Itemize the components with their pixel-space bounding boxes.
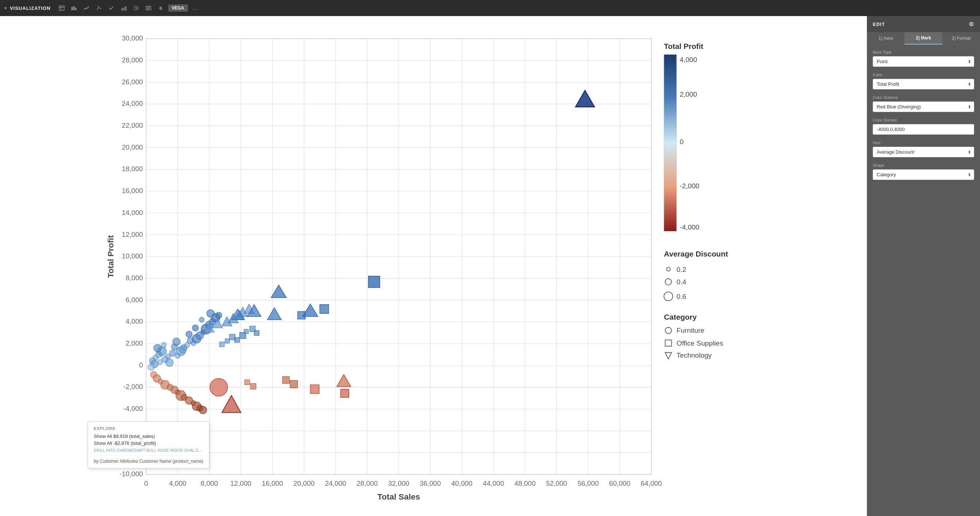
number-icon-btn[interactable]: 6: [156, 3, 166, 13]
clock-icon-btn[interactable]: [131, 3, 141, 13]
svg-text:Office Supplies: Office Supplies: [676, 339, 723, 347]
svg-text:2,000: 2,000: [680, 91, 697, 98]
svg-rect-175: [664, 54, 677, 231]
svg-text:12,000: 12,000: [230, 479, 251, 487]
svg-text:52,000: 52,000: [546, 479, 567, 487]
svg-point-105: [161, 342, 166, 347]
svg-text:-10,000: -10,000: [119, 470, 143, 478]
svg-point-117: [186, 331, 192, 337]
shape-group: Shape Category: [873, 163, 974, 180]
right-panel: EDIT ⚙ 1) Axes 2) Mark 3) Format Mark Ty…: [867, 16, 980, 516]
svg-rect-144: [219, 342, 224, 347]
scatter-chart-icon-btn[interactable]: [94, 3, 104, 13]
tab-mark[interactable]: 2) Mark: [904, 32, 942, 45]
svg-text:60,000: 60,000: [609, 479, 630, 487]
svg-marker-173: [575, 91, 594, 107]
tooltip-sales-row[interactable]: Show All $9,918 (total_sales): [94, 433, 203, 439]
settings-gear-icon[interactable]: ⚙: [969, 21, 974, 28]
shape-label: Shape: [873, 163, 974, 167]
color-select[interactable]: Total Profit: [873, 79, 974, 89]
svg-text:14,000: 14,000: [122, 209, 143, 217]
svg-text:-4,000: -4,000: [680, 223, 699, 231]
mark-type-select[interactable]: Point: [873, 56, 974, 67]
svg-text:0: 0: [139, 361, 143, 369]
svg-point-114: [179, 346, 187, 353]
table-icon-btn[interactable]: [57, 3, 67, 13]
tooltip-header: EXPLORE: [94, 426, 203, 431]
svg-rect-149: [244, 329, 248, 334]
svg-text:Category: Category: [664, 313, 697, 321]
mark-type-select-wrapper: Point: [873, 56, 974, 67]
svg-rect-5: [75, 8, 76, 10]
svg-rect-153: [320, 305, 328, 314]
size-select[interactable]: Average Discount: [873, 147, 974, 157]
right-panel-header: EDIT ⚙: [867, 16, 980, 32]
color-select-wrapper: Total Profit: [873, 79, 974, 89]
vega-button[interactable]: VEGA: [168, 5, 188, 12]
size-group: Size Average Discount: [873, 140, 974, 157]
main-content: 30,000 28,000 26,000 24,000 22,000 20,00…: [0, 16, 980, 516]
svg-text:4,000: 4,000: [126, 317, 143, 325]
svg-text:0: 0: [680, 138, 684, 146]
svg-marker-14: [147, 6, 149, 10]
svg-rect-4: [73, 6, 75, 10]
svg-text:6,000: 6,000: [126, 296, 143, 304]
svg-text:10,000: 10,000: [122, 252, 143, 260]
svg-text:0: 0: [144, 479, 148, 487]
map-icon-btn[interactable]: [143, 3, 154, 13]
svg-rect-192: [665, 340, 671, 346]
svg-rect-145: [225, 339, 229, 343]
color-domain-input[interactable]: [873, 124, 974, 135]
tooltip-drill-link[interactable]: DRILL INTO CHROMCRAFT BULL-NOSE WOOD OVA…: [94, 448, 203, 452]
color-group: Color Total Profit: [873, 73, 974, 89]
svg-text:0.6: 0.6: [676, 293, 686, 300]
tab-axes[interactable]: 1) Axes: [867, 32, 904, 45]
svg-rect-154: [369, 276, 380, 288]
svg-text:12,000: 12,000: [122, 231, 143, 238]
svg-text:-2,000: -2,000: [680, 182, 699, 190]
svg-marker-171: [267, 307, 281, 320]
shape-select[interactable]: Category: [873, 169, 974, 180]
svg-marker-194: [665, 352, 671, 359]
svg-text:56,000: 56,000: [578, 479, 599, 487]
more-button[interactable]: ...: [190, 3, 200, 13]
tab-format[interactable]: 3) Format: [942, 32, 980, 45]
area-chart-icon-btn[interactable]: [119, 3, 129, 13]
color-scheme-select-wrapper: Red Blue (Diverging): [873, 102, 974, 112]
line-chart-icon-btn[interactable]: [81, 3, 92, 13]
svg-marker-13: [146, 6, 147, 10]
svg-point-9: [97, 6, 99, 7]
check-icon-btn[interactable]: [106, 3, 116, 13]
svg-text:8,000: 8,000: [200, 479, 218, 487]
tooltip-profit-row[interactable]: Show All -$2,876 (total_profit): [94, 440, 203, 446]
svg-rect-159: [310, 385, 319, 393]
svg-point-99: [148, 364, 154, 370]
svg-marker-170: [271, 285, 286, 298]
svg-text:0.4: 0.4: [676, 278, 686, 286]
svg-point-121: [192, 325, 199, 331]
svg-rect-147: [235, 338, 240, 342]
svg-point-106: [165, 359, 173, 366]
svg-point-185: [665, 279, 671, 285]
svg-rect-151: [254, 331, 259, 336]
svg-point-187: [664, 292, 673, 301]
visualization-title: ▼ VISUALIZATION: [4, 5, 51, 11]
shape-select-wrapper: Category: [873, 169, 974, 180]
color-label: Color: [873, 73, 974, 77]
svg-point-183: [667, 267, 670, 271]
svg-text:4,000: 4,000: [169, 479, 186, 487]
svg-text:-4,000: -4,000: [123, 405, 143, 412]
bar-chart-icon-btn[interactable]: [69, 3, 79, 13]
color-scheme-select[interactable]: Red Blue (Diverging): [873, 102, 974, 112]
svg-rect-158: [290, 380, 298, 388]
svg-point-126: [216, 312, 222, 318]
svg-text:Total Sales: Total Sales: [377, 492, 420, 502]
mark-type-label: Mark Type: [873, 50, 974, 54]
svg-marker-174: [337, 375, 351, 387]
svg-text:24,000: 24,000: [122, 100, 143, 107]
svg-rect-0: [59, 6, 64, 10]
svg-point-111: [173, 338, 180, 346]
svg-rect-160: [341, 389, 349, 398]
svg-text:20,000: 20,000: [122, 143, 143, 151]
edit-title: EDIT: [873, 22, 885, 27]
